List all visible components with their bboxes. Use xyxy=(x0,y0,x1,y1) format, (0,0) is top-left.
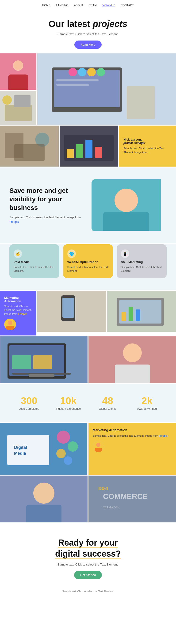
service-desc-0: Sample text. Click to select the Text El… xyxy=(14,265,55,273)
get-started-button[interactable]: Get Started xyxy=(74,571,102,579)
save-section: Save more and get visibility for your bu… xyxy=(0,168,176,244)
service-card-website-opt[interactable]: 🌐 Website Optimization Sample text. Clic… xyxy=(63,244,113,278)
service-card-paid-media[interactable]: 💰 Paid Media Sample text. Click to selec… xyxy=(9,244,59,278)
svg-rect-42 xyxy=(136,310,140,321)
svg-rect-33 xyxy=(6,326,14,330)
svg-rect-40 xyxy=(122,312,126,321)
stat-awards: 2k Awards Winned xyxy=(127,396,167,410)
digital-link[interactable]: Freepik xyxy=(159,434,167,437)
sms-icon: 📱 xyxy=(121,250,129,258)
paid-media-icon: 💰 xyxy=(14,250,22,258)
service-desc-2: Sample text. Click to select the Text El… xyxy=(121,265,162,273)
svg-point-65 xyxy=(33,482,54,504)
svg-point-62 xyxy=(96,443,100,447)
nav-team[interactable]: TEAM xyxy=(89,4,97,6)
stat-jobs: 300 Jobs Completed xyxy=(9,396,49,410)
bottom-images: COMMERCE IDEAS TEAMWORK xyxy=(0,476,176,522)
svg-rect-26 xyxy=(85,140,92,158)
nick-link[interactable]: ... xyxy=(148,151,150,154)
svg-text:Digital: Digital xyxy=(14,445,27,450)
ready-heading: Ready for your digital success? xyxy=(14,538,162,560)
stat-label-2: Global Clients xyxy=(88,407,127,410)
image-person-red xyxy=(0,54,36,90)
image-workspace xyxy=(0,91,36,125)
svg-point-12 xyxy=(78,68,86,76)
svg-point-11 xyxy=(69,68,77,76)
save-heading: Save more and get visibility for your bu… xyxy=(9,186,84,212)
digital-desc: Sample text. Click to select the Text El… xyxy=(93,434,172,438)
svg-rect-10 xyxy=(54,70,120,107)
stat-label-1: Industry Experience xyxy=(49,407,88,410)
image-laptop-charts xyxy=(37,54,176,125)
marketing-section: Marketing Automation Sample text. Click … xyxy=(0,291,176,336)
stats-section: 300 Jobs Completed 10k Industry Experien… xyxy=(0,384,176,422)
service-title-1: Website Optimization xyxy=(67,260,109,264)
svg-rect-47 xyxy=(33,355,52,369)
image-charts-hand xyxy=(60,126,118,166)
digital-media-image: Digital Media xyxy=(0,423,88,474)
website-opt-icon: 🌐 xyxy=(67,250,76,258)
svg-rect-46 xyxy=(12,355,31,369)
svg-rect-36 xyxy=(62,298,74,318)
service-card-sms[interactable]: 📱 SMS Marketing Sample text. Click to se… xyxy=(117,244,167,278)
stat-number-0: 300 xyxy=(9,396,49,406)
stat-industry: 10k Industry Experience xyxy=(49,396,88,410)
svg-point-13 xyxy=(87,68,96,76)
svg-rect-66 xyxy=(26,505,62,522)
svg-rect-25 xyxy=(76,144,83,158)
svg-rect-21 xyxy=(14,144,45,161)
marketing-link[interactable]: Freepik xyxy=(18,312,27,315)
svg-rect-5 xyxy=(5,105,32,121)
image-grid-second: Nick Larson, project manager Sample text… xyxy=(0,126,176,166)
ready-heading-highlight: digital success? xyxy=(55,549,121,559)
svg-text:IDEAS: IDEAS xyxy=(98,486,108,490)
svg-rect-41 xyxy=(129,307,133,321)
svg-text:COMMERCE: COMMERCE xyxy=(103,492,148,501)
read-more-button[interactable]: Read More xyxy=(74,40,102,49)
image-person-smiling xyxy=(0,476,88,522)
image-desk-top xyxy=(0,126,59,166)
svg-point-59 xyxy=(56,449,66,458)
nick-name: Nick Larson, xyxy=(123,138,172,141)
svg-point-6 xyxy=(2,95,12,105)
image-commerce-group: COMMERCE IDEAS TEAMWORK xyxy=(88,476,176,522)
nav-home[interactable]: HOME xyxy=(42,4,51,6)
nav-about[interactable]: ABOUT xyxy=(74,4,83,6)
svg-point-58 xyxy=(68,441,78,452)
svg-point-29 xyxy=(114,188,138,212)
service-cards-row: 💰 Paid Media Sample text. Click to selec… xyxy=(0,244,176,290)
hero-section: Our latest projects Sample text. Click t… xyxy=(0,9,176,54)
service-title-2: SMS Marketing xyxy=(121,260,162,264)
svg-point-14 xyxy=(97,68,105,76)
save-image xyxy=(92,179,167,232)
nick-role: project manager xyxy=(123,141,172,144)
navigation: HOME LANDING ABOUT TEAM GALLERY CONTACT xyxy=(0,0,176,9)
save-description: Sample text. Click to select the Text El… xyxy=(9,215,84,224)
freepik-link[interactable]: Freepik xyxy=(9,220,19,224)
nav-contact[interactable]: CONTACT xyxy=(121,4,134,6)
svg-rect-2 xyxy=(8,74,28,90)
nav-landing[interactable]: LANDING xyxy=(56,4,68,6)
digital-section: Digital Media Marketing Automation Sampl… xyxy=(0,423,176,474)
image-grid-top xyxy=(0,54,176,125)
nick-desc: Sample text. Click to select the Text El… xyxy=(123,146,172,154)
stat-number-3: 2k xyxy=(127,396,167,406)
nav-gallery[interactable]: GALLERY xyxy=(102,3,115,7)
stat-clients: 48 Global Clients xyxy=(88,396,127,410)
ready-subtitle: Sample text. Click to select the Text El… xyxy=(14,563,162,566)
svg-text:TEAMWORK: TEAMWORK xyxy=(103,506,120,509)
marketing-images xyxy=(37,291,176,336)
svg-point-3 xyxy=(13,60,23,70)
svg-rect-48 xyxy=(12,373,71,374)
svg-rect-30 xyxy=(103,212,149,231)
digital-avatar-row xyxy=(93,441,172,452)
svg-rect-63 xyxy=(95,448,102,452)
digital-title: Marketing Automation xyxy=(93,428,172,432)
svg-point-51 xyxy=(123,344,142,362)
svg-point-32 xyxy=(8,320,13,325)
svg-rect-24 xyxy=(67,149,74,158)
marketing-title: Marketing Automation xyxy=(4,296,32,303)
stat-label-0: Jobs Completed xyxy=(9,407,49,410)
svg-rect-16 xyxy=(56,84,89,86)
digital-marketing-card: Marketing Automation Sample text. Click … xyxy=(88,423,176,474)
